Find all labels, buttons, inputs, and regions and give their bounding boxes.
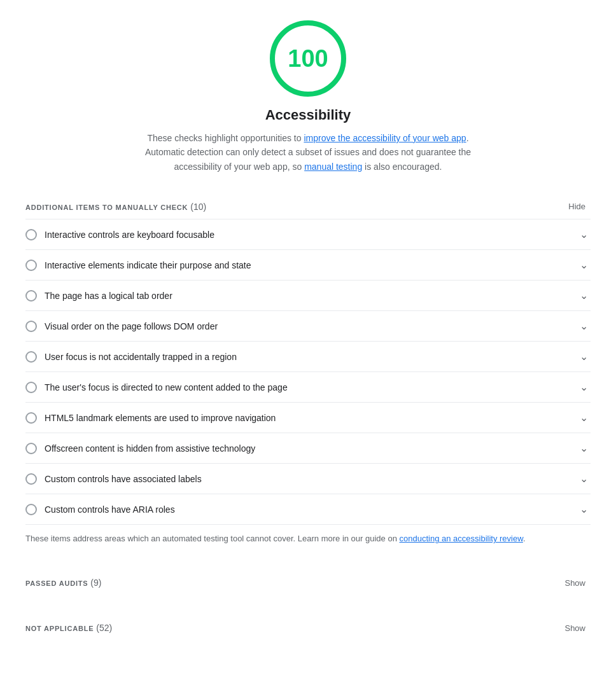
audit-item[interactable]: Custom controls have associated labels ⌄ [25,464,591,494]
score-value: 100 [288,45,328,73]
audit-item-label: The user's focus is directed to new cont… [45,382,288,392]
audit-item-left: HTML5 landmark elements are used to impr… [25,412,276,424]
audit-item-left: Custom controls have associated labels [25,473,202,485]
audit-item[interactable]: Interactive elements indicate their purp… [25,250,591,281]
chevron-down-icon: ⌄ [580,442,588,454]
chevron-down-icon: ⌄ [580,412,588,424]
manual-check-title-group: ADDITIONAL ITEMS TO MANUALLY CHECK (10) [25,202,206,212]
not-applicable-section: NOT APPLICABLE (52) Show [25,611,591,641]
manual-check-section-header: ADDITIONAL ITEMS TO MANUALLY CHECK (10) … [25,189,591,219]
audit-item[interactable]: The user's focus is directed to new cont… [25,372,591,403]
manual-check-count: (10) [190,202,206,212]
not-applicable-count: (52) [96,623,112,633]
audit-item[interactable]: HTML5 landmark elements are used to impr… [25,403,591,433]
audit-item[interactable]: Visual order on the page follows DOM ord… [25,311,591,342]
audit-item[interactable]: The page has a logical tab order ⌄ [25,281,591,311]
audit-item[interactable]: Offscreen content is hidden from assisti… [25,433,591,464]
audit-status-circle [25,260,37,271]
audit-status-circle [25,290,37,302]
audit-status-circle [25,504,37,515]
audit-item-label: Custom controls have ARIA roles [45,504,175,515]
not-applicable-header: NOT APPLICABLE (52) Show [25,611,591,641]
passed-audits-count: (9) [90,578,101,588]
passed-audits-toggle[interactable]: Show [559,576,591,590]
score-description: These checks highlight opportunities to … [143,131,473,174]
audit-status-circle [25,351,37,363]
passed-audits-title-group: PASSED AUDITS (9) [25,578,101,588]
accessibility-review-link[interactable]: conducting an accessibility review [400,534,523,543]
audit-item-label: Offscreen content is hidden from assisti… [45,443,255,454]
audit-status-circle [25,412,37,424]
not-applicable-toggle[interactable]: Show [559,621,591,635]
passed-audits-title: PASSED AUDITS [25,579,88,587]
improve-accessibility-link[interactable]: improve the accessibility of your web ap… [304,133,466,143]
chevron-down-icon: ⌄ [580,259,588,271]
audit-item-left: User focus is not accidentally trapped i… [25,351,237,363]
not-applicable-title: NOT APPLICABLE [25,625,94,632]
chevron-down-icon: ⌄ [580,350,588,363]
manual-check-note: These items address areas which an autom… [25,525,591,550]
audit-item-label: HTML5 landmark elements are used to impr… [45,413,276,423]
score-section: 100 Accessibility These checks highlight… [25,20,591,174]
audit-item-label: Visual order on the page follows DOM ord… [45,321,218,331]
not-applicable-title-group: NOT APPLICABLE (52) [25,623,112,633]
audit-item-left: Offscreen content is hidden from assisti… [25,443,255,454]
audit-item-label: Interactive elements indicate their purp… [45,260,251,270]
chevron-down-icon: ⌄ [580,473,588,485]
audit-status-circle [25,321,37,332]
audit-status-circle [25,473,37,485]
audit-item-left: Interactive elements indicate their purp… [25,260,251,271]
manual-check-title: ADDITIONAL ITEMS TO MANUALLY CHECK [25,204,188,211]
manual-testing-link[interactable]: manual testing [304,162,362,172]
audit-list: Interactive controls are keyboard focusa… [25,219,591,525]
manual-check-toggle[interactable]: Hide [563,199,591,214]
audit-item-label: User focus is not accidentally trapped i… [45,352,237,362]
audit-item-left: The user's focus is directed to new cont… [25,382,288,393]
chevron-down-icon: ⌄ [580,228,588,240]
audit-status-circle [25,229,37,240]
manual-note-before: These items address areas which an autom… [25,534,400,543]
chevron-down-icon: ⌄ [580,289,588,302]
audit-item-left: Interactive controls are keyboard focusa… [25,229,214,240]
audit-item[interactable]: User focus is not accidentally trapped i… [25,342,591,372]
chevron-down-icon: ⌄ [580,320,588,332]
audit-item[interactable]: Interactive controls are keyboard focusa… [25,219,591,250]
audit-item-label: Interactive controls are keyboard focusa… [45,230,214,240]
audit-item-label: The page has a logical tab order [45,291,172,301]
audit-status-circle [25,382,37,393]
manual-note-after: . [523,534,526,543]
audit-item-left: Visual order on the page follows DOM ord… [25,321,218,332]
audit-item-left: Custom controls have ARIA roles [25,504,175,515]
chevron-down-icon: ⌄ [580,503,588,515]
score-circle: 100 [270,20,346,97]
audit-status-circle [25,443,37,454]
passed-audits-section: PASSED AUDITS (9) Show [25,565,591,595]
audit-item-left: The page has a logical tab order [25,290,172,302]
audit-item-label: Custom controls have associated labels [45,474,202,484]
description-text-after: is also encouraged. [362,162,442,172]
page-container: 100 Accessibility These checks highlight… [0,0,616,661]
audit-item[interactable]: Custom controls have ARIA roles ⌄ [25,494,591,525]
passed-audits-header: PASSED AUDITS (9) Show [25,565,591,595]
description-text-before: These checks highlight opportunities to [147,133,304,143]
chevron-down-icon: ⌄ [580,381,588,393]
page-title: Accessibility [265,107,351,123]
